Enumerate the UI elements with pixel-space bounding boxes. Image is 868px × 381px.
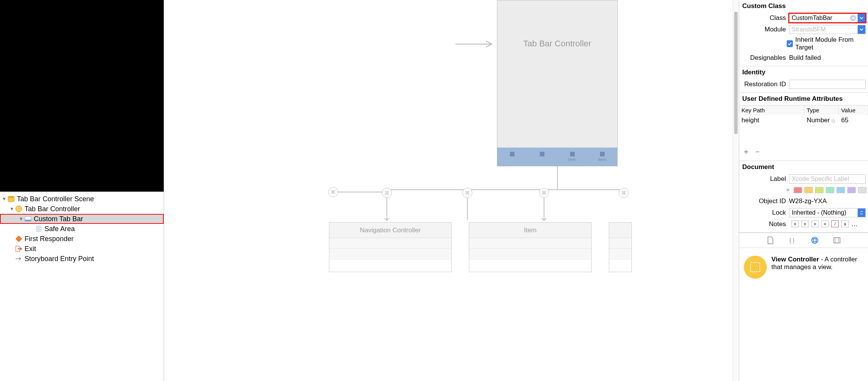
svg-rect-5 xyxy=(25,220,31,221)
runtime-table-header: Key Path Type Value xyxy=(739,105,868,115)
runtime-value[interactable]: 65 xyxy=(839,115,868,126)
file-template-tab-icon[interactable] xyxy=(766,236,774,245)
runtime-type[interactable]: Number ◇ xyxy=(804,115,839,126)
inherit-module-checkbox[interactable] xyxy=(787,40,793,47)
tab-bar[interactable]: Item Item xyxy=(497,148,617,166)
arrow-down-icon xyxy=(541,215,547,222)
swatch-blue[interactable] xyxy=(837,187,845,193)
runtime-row[interactable]: height Number ◇ 65 xyxy=(739,115,868,126)
child-scene-item[interactable]: Item xyxy=(469,222,592,272)
segue-arrow-icon xyxy=(455,38,498,50)
dropdown-icon[interactable] xyxy=(858,209,865,217)
more-icon[interactable]: … xyxy=(851,220,858,228)
canvas-scrollbar[interactable] xyxy=(733,0,739,381)
inspector-panel: Custom Class Class CustomTabBar ➜ Module… xyxy=(739,0,868,381)
viewcontroller-icon xyxy=(15,205,23,212)
class-field[interactable]: CustomTabBar ➜ xyxy=(789,13,866,23)
document-outline: ▼ Tab Bar Controller Scene ▼ Tab Bar Con… xyxy=(0,0,164,381)
safearea-icon xyxy=(35,225,43,232)
segue-line xyxy=(557,166,558,189)
restoration-id-label: Restoration ID xyxy=(741,80,786,88)
scrollbar-thumb[interactable] xyxy=(734,11,738,134)
clear-color-icon[interactable]: × xyxy=(784,186,791,194)
segue-badge-icon[interactable]: ⌘ xyxy=(619,188,629,198)
tab-item[interactable] xyxy=(497,148,527,166)
label-field[interactable]: Xcode Specific Label xyxy=(789,174,866,184)
segue-line xyxy=(386,189,624,190)
outline-first-responder[interactable]: ▼ First Responder xyxy=(0,234,164,244)
disclosure-triangle-icon[interactable]: ▼ xyxy=(9,206,15,212)
object-library-tab-icon[interactable] xyxy=(810,236,819,245)
outline-entry-point[interactable]: ▼ Storyboard Entry Point xyxy=(0,254,164,264)
strike-icon[interactable]: ∕ xyxy=(831,220,839,227)
runtime-key[interactable]: height xyxy=(739,115,804,126)
font-icon[interactable]: a xyxy=(841,220,849,227)
restoration-id-field[interactable] xyxy=(789,80,866,89)
stepper-icon[interactable]: ◇ xyxy=(832,118,835,123)
library-item[interactable]: View Controller - A controller that mana… xyxy=(739,248,868,381)
outline-safe-area[interactable]: Safe Area xyxy=(0,224,164,234)
swatch-teal[interactable] xyxy=(826,187,834,193)
segue-badge-icon[interactable]: ⌘ xyxy=(382,188,392,198)
label-label: Label xyxy=(741,175,786,183)
outline-label: First Responder xyxy=(25,235,74,243)
swatch-gray[interactable] xyxy=(858,187,866,193)
module-field[interactable]: StrandsBFM xyxy=(789,25,866,34)
viewcontroller-icon xyxy=(744,256,767,279)
inherit-label: Inherit Module From Target xyxy=(795,36,866,51)
tabbar-icon xyxy=(24,215,32,222)
module-placeholder: StrandsBFM xyxy=(792,26,826,33)
swatch-red[interactable] xyxy=(794,187,802,193)
disclosure-triangle-icon[interactable]: ▼ xyxy=(18,216,24,222)
outline-tree: ▼ Tab Bar Controller Scene ▼ Tab Bar Con… xyxy=(0,192,164,381)
class-value: CustomTabBar xyxy=(792,15,832,21)
outline-custom-tab-bar[interactable]: ▼ Custom Tab Bar xyxy=(0,214,164,224)
child-scene-navigation[interactable]: Navigation Controller xyxy=(329,222,452,272)
dropdown-icon[interactable] xyxy=(858,25,865,34)
swatch-green[interactable] xyxy=(815,187,824,193)
align-left-icon[interactable]: ≡ xyxy=(791,220,799,227)
align-justify-icon[interactable]: ≡ xyxy=(821,220,829,227)
svg-rect-7 xyxy=(37,227,40,231)
object-id-value: W28-zg-YXA xyxy=(789,197,827,205)
outline-label: Tab Bar Controller xyxy=(25,205,80,213)
swatch-purple[interactable] xyxy=(847,187,856,193)
add-attr-button[interactable]: ＋ xyxy=(742,146,750,157)
tab-item[interactable] xyxy=(527,148,557,166)
segue-badge-icon[interactable]: ⌘ xyxy=(462,188,472,198)
segue-badge-icon[interactable]: ⌘ xyxy=(328,187,338,197)
col-value[interactable]: Value xyxy=(839,105,868,115)
storyboard-icon xyxy=(7,195,15,202)
remove-attr-button[interactable]: － xyxy=(754,146,761,157)
dropdown-icon[interactable] xyxy=(858,14,865,22)
section-header: Identity xyxy=(739,66,868,79)
col-type[interactable]: Type xyxy=(804,105,839,115)
phone-scene[interactable]: Tab Bar Controller Item Item xyxy=(497,0,618,166)
child-scene-title: Item xyxy=(469,223,591,238)
tab-item[interactable]: Item xyxy=(557,148,587,166)
align-right-icon[interactable]: ≡ xyxy=(811,220,819,227)
outline-controller[interactable]: ▼ Tab Bar Controller xyxy=(0,204,164,214)
swatch-yellow[interactable] xyxy=(804,187,813,193)
code-snippet-tab-icon[interactable]: { } xyxy=(788,236,797,245)
align-center-icon[interactable]: ≡ xyxy=(801,220,809,227)
svg-rect-17 xyxy=(751,263,760,272)
child-scene-title: Navigation Controller xyxy=(329,223,451,238)
tab-item[interactable]: Item xyxy=(587,148,617,166)
outline-label: Safe Area xyxy=(44,225,75,233)
designables-label: Designables xyxy=(741,54,786,62)
lock-field[interactable]: Inherited - (Nothing) xyxy=(789,208,866,217)
disclosure-triangle-icon[interactable]: ▼ xyxy=(2,196,7,202)
jump-to-class-icon[interactable]: ➜ xyxy=(850,15,856,21)
segue-badge-icon[interactable]: ⌘ xyxy=(539,188,549,198)
class-label: Class xyxy=(741,14,786,22)
segue-line xyxy=(333,192,387,192)
outline-scene[interactable]: ▼ Tab Bar Controller Scene xyxy=(0,194,164,204)
child-scene-partial[interactable] xyxy=(609,222,632,272)
storyboard-canvas[interactable]: Tab Bar Controller Item Item ⌘ ⌘ ⌘ ⌘ ⌘ N… xyxy=(164,0,739,381)
outline-exit[interactable]: ▼ Exit xyxy=(0,244,164,254)
col-keypath[interactable]: Key Path xyxy=(739,105,804,115)
notes-toolbar: ≡ ≡ ≡ ≡ ∕ a … xyxy=(789,220,858,228)
media-library-tab-icon[interactable] xyxy=(833,236,841,245)
label-color-swatches: × xyxy=(739,185,868,195)
